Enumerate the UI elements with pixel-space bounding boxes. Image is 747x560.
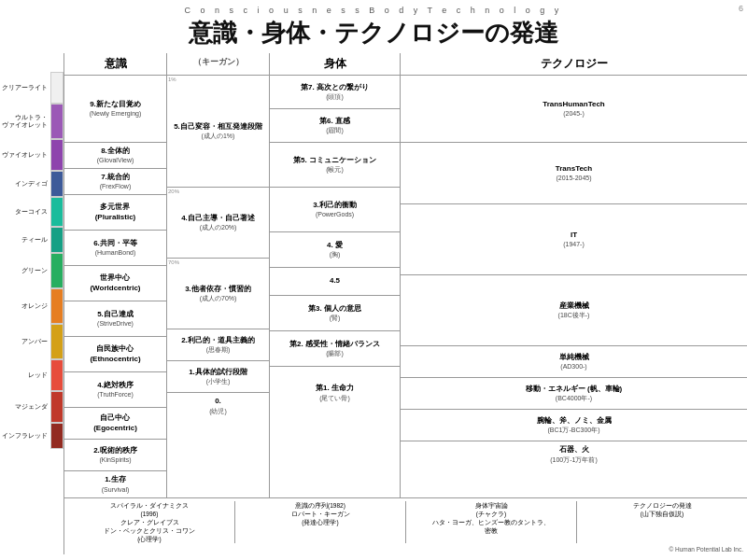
self-cell: 0.(幼児) [167,393,269,419]
self-cell: 1.具体的試行段階(小学生) [167,361,269,393]
footer-col2: 意識の序列(1982) ロバート・キーガン (発達心理学) [235,501,406,543]
tech-cell: IT(1947-) [401,204,747,275]
tech-cell: 腕輪、斧、ノミ、金属(BC1万-BC300年) [401,410,747,441]
body-cell: 4. 愛(胸) [270,232,400,268]
color-label: ウルトラ・ ヴァイオレット [0,114,50,130]
col-header-keegan: （キーガン） [167,53,270,75]
self-cell: 20%4.自己主導・自己著述(成人の20%) [167,188,269,259]
color-swatch [50,227,63,253]
color-entry: マジェンダ [0,391,63,423]
color-entry: アンバー [0,324,63,359]
spiral-cell: 世界中心 (Worldcentric) [64,266,166,301]
spiral-cell: 自己中心 (Egocentric) [64,408,166,440]
footer-col4: テクノロジーの発達 (山下独自仮説) [577,501,747,543]
color-label: ヴァイオレット [0,151,50,159]
page: 6 C o n s c i o u s n e s s B o d y T e … [0,0,747,560]
color-label: アンバー [0,338,50,345]
color-swatch [50,197,63,227]
color-swatch [50,391,63,423]
color-entry: ターコイス [0,197,63,227]
top-number: 6 [739,4,743,13]
body-cell: 第5. コミュニケーション(喉元) [270,143,400,188]
tech-cell: 単純機械(AD300-) [401,346,747,378]
tech-cell: 産業機械(18C後半-) [401,275,747,346]
body-cell: 第1. 生命力(尾てい骨) [270,367,400,419]
body-cell: 第7. 高次との繋がり(頭頂) [270,76,400,109]
self-cell: 2.利己的・道具主義的(思春期) [167,329,269,361]
spiral-cell: 9.新たな目覚め(Newly Emerging) [64,76,166,143]
spiral-cell: 7.統合的(FrexFlow) [64,169,166,195]
color-label: ティール [0,236,50,244]
color-entry: グリーン [0,253,63,288]
copyright: © Human Potential Lab Inc. [64,546,747,554]
color-entry: クリアーライト [0,72,63,104]
tech-cell: TransTech(2015-2045) [401,143,747,204]
color-swatch [50,324,63,359]
spiral-cell: 8.全体的(GlovalView) [64,143,166,169]
color-entry: ウルトラ・ ヴァイオレット [0,104,63,139]
color-entry: インフラレッド [0,423,63,449]
self-cell: 1%5.自己変容・相互発達段階(成人の1%) [167,76,269,188]
color-label: ターコイス [0,208,50,216]
col-header-consciousness: 意識 [64,53,167,75]
spiral-cell: 1.生存(Survival) [64,471,166,497]
col-header-body: 身体 [270,53,401,75]
color-swatch [50,104,63,139]
color-bar-area: クリアーライトウルトラ・ ヴァイオレットヴァイオレットインディゴターコイスティー… [0,72,63,554]
color-label: レッド [0,371,50,379]
spiral-cell: 多元世界 (Pluralistic) [64,195,166,231]
body-cell: 4.5 [270,268,400,296]
spiral-cell: 6.共同・平等(HumanBond) [64,231,166,266]
col-header-tech: テクノロジー [401,53,747,75]
spiral-cell: 2.呪術的秩序(KinSpirits) [64,440,166,471]
color-swatch [50,253,63,288]
color-label: グリーン [0,267,50,274]
color-entry: レッド [0,359,63,391]
footer-area: スパイラル・ダイナミクス (1996) クレア・グレイブス ドン・ベックとクリス… [64,497,747,546]
tech-cell: TransHumanTech(2045-) [401,76,747,143]
footer-col1: スパイラル・ダイナミクス (1996) クレア・グレイブス ドン・ベックとクリス… [64,501,235,543]
spiral-cell: 自民族中心 (Ethnocentric) [64,337,166,372]
color-label: クリアーライト [0,84,50,91]
color-entry: ヴァイオレット [0,139,63,171]
main-title: 意識・身体・テクノロジーの発達 [0,17,747,49]
color-label: インフラレッド [0,432,50,440]
subtitle: C o n s c i o u s n e s s B o d y T e c … [0,0,747,15]
tech-cell: 移動・エネルギー (帆、車輪)(BC4000年-) [401,378,747,410]
color-entry: インディゴ [0,171,63,197]
color-label: マジェンダ [0,403,50,411]
spiral-cell: 4.絶対秩序(TruthForce) [64,372,166,408]
body-cell: 第2. 感受性・情緒バランス(腸部) [270,331,400,367]
color-swatch [50,359,63,391]
body-cell: 第3. 個人の意思(腎) [270,296,400,331]
body-cell: 3.利己的衝動(PowerGods) [270,188,400,232]
spiral-cell: 5.自己達成(StriveDrive) [64,301,166,337]
color-swatch [50,423,63,449]
self-cell: 70%3.他者依存・慣習的(成人の70%) [167,259,269,329]
color-swatch [50,171,63,197]
color-entry: オレンジ [0,288,63,324]
color-swatch [50,72,63,104]
color-entry: ティール [0,227,63,253]
body-cell: 第6. 直感(眉間) [270,109,400,143]
footer-col3: 身体宇宙論 (チャクラ) ハタ・ヨーガ、ヒンズー教のタントラ、 密教 [406,501,577,543]
color-label: インディゴ [0,180,50,188]
color-swatch [50,139,63,171]
color-label: オレンジ [0,302,50,310]
tech-cell: 石器、火(100万-1万年前) [401,441,747,468]
color-swatch [50,288,63,324]
